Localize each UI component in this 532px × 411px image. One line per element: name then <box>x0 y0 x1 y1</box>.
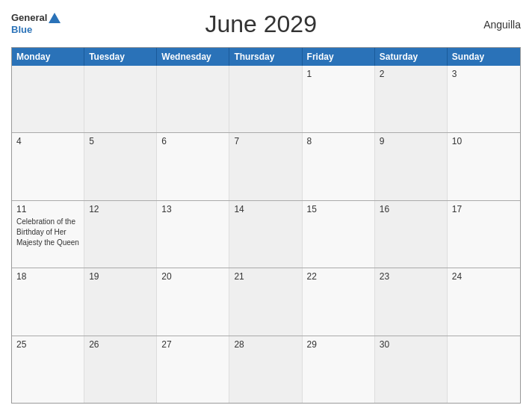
table-row: 22 <box>303 268 375 335</box>
table-row: 2 <box>375 66 448 132</box>
table-row: 28 <box>229 336 302 403</box>
table-row <box>157 66 229 132</box>
page-title: June 2029 <box>61 10 461 38</box>
table-row <box>12 66 84 132</box>
logo: General Blue <box>11 13 61 35</box>
logo-blue-text: Blue <box>11 25 32 35</box>
table-row: 11 Celebration of the Birthday of Her Ma… <box>12 201 84 268</box>
table-row: 29 <box>303 336 375 403</box>
table-row <box>84 66 157 132</box>
country-label: Anguilla <box>461 19 521 31</box>
header: General Blue June 2029 Anguilla <box>11 7 521 41</box>
day-header-friday: Friday <box>303 48 375 66</box>
day-header-monday: Monday <box>12 48 84 66</box>
table-row: 30 <box>375 336 448 403</box>
table-row: 17 <box>448 201 520 268</box>
table-row: 15 <box>303 201 375 268</box>
calendar-week-5: 25 26 27 28 29 30 <box>12 336 520 403</box>
table-row: 6 <box>157 133 229 200</box>
table-row: 7 <box>229 133 302 200</box>
day-header-wednesday: Wednesday <box>157 48 229 66</box>
table-row: 10 <box>448 133 520 200</box>
table-row: 23 <box>375 268 448 335</box>
table-row: 13 <box>157 201 229 268</box>
table-row: 16 <box>375 201 448 268</box>
table-row: 25 <box>12 336 84 403</box>
table-row: 24 <box>448 268 520 335</box>
day-header-thursday: Thursday <box>229 48 302 66</box>
table-row: 20 <box>157 268 229 335</box>
table-row: 12 <box>84 201 157 268</box>
calendar-week-1: 123 <box>12 66 520 133</box>
table-row: 21 <box>229 268 302 335</box>
table-row: 27 <box>157 336 229 403</box>
page: General Blue June 2029 Anguilla Monday T… <box>0 0 532 411</box>
table-row: 1 <box>303 66 375 132</box>
logo-triangle-icon <box>49 13 61 23</box>
table-row: 19 <box>84 268 157 335</box>
logo-general-text: General <box>11 13 47 23</box>
day-header-saturday: Saturday <box>375 48 448 66</box>
table-row <box>448 336 520 403</box>
day-header-tuesday: Tuesday <box>84 48 157 66</box>
table-row: 14 <box>229 201 302 268</box>
table-row: 9 <box>375 133 448 200</box>
table-row <box>229 66 302 132</box>
table-row: 8 <box>303 133 375 200</box>
day-header-sunday: Sunday <box>448 48 520 66</box>
table-row: 3 <box>448 66 520 132</box>
calendar: Monday Tuesday Wednesday Thursday Friday… <box>11 47 521 404</box>
calendar-week-4: 18 19 20 21 22 23 24 <box>12 268 520 336</box>
table-row: 26 <box>84 336 157 403</box>
calendar-header: Monday Tuesday Wednesday Thursday Friday… <box>12 48 520 66</box>
calendar-week-3: 11 Celebration of the Birthday of Her Ma… <box>12 201 520 268</box>
table-row: 5 <box>84 133 157 200</box>
table-row: 4 <box>12 133 84 200</box>
table-row: 18 <box>12 268 84 335</box>
calendar-week-2: 4 5 6 7 8 9 10 <box>12 133 520 200</box>
event-queen-birthday: Celebration of the Birthday of Her Majes… <box>16 217 79 247</box>
